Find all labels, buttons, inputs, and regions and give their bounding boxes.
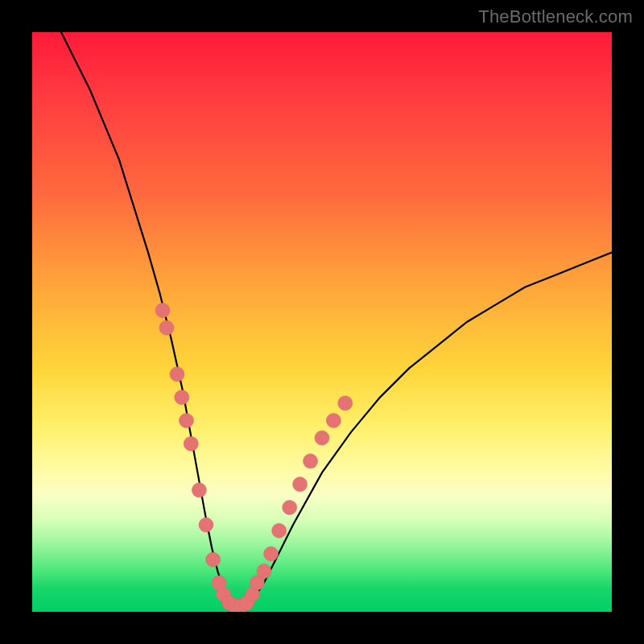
data-marker bbox=[338, 396, 353, 411]
data-marker bbox=[159, 320, 174, 335]
data-marker bbox=[272, 523, 287, 538]
data-marker bbox=[315, 431, 329, 445]
data-marker bbox=[175, 390, 189, 405]
data-marker bbox=[303, 454, 318, 469]
data-marker bbox=[264, 547, 279, 561]
data-marker bbox=[180, 413, 194, 427]
chart-overlay bbox=[32, 32, 612, 612]
data-marker bbox=[283, 500, 297, 514]
data-marker bbox=[184, 436, 198, 451]
data-marker bbox=[170, 367, 184, 382]
data-marker bbox=[155, 303, 170, 318]
marker-group bbox=[155, 303, 353, 612]
data-marker bbox=[257, 564, 271, 579]
watermark-text: TheBottleneck.com bbox=[478, 6, 633, 27]
plot-area bbox=[32, 32, 612, 612]
data-marker bbox=[206, 552, 221, 567]
chart-frame: TheBottleneck.com bbox=[0, 0, 644, 644]
data-marker bbox=[293, 477, 308, 492]
data-marker bbox=[199, 518, 213, 532]
data-marker bbox=[192, 483, 206, 497]
data-marker bbox=[326, 413, 341, 427]
bottleneck-curve bbox=[61, 32, 612, 606]
